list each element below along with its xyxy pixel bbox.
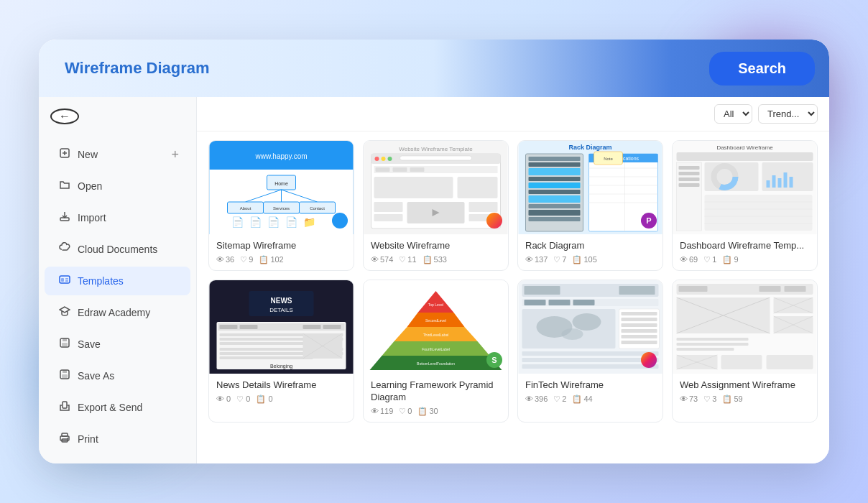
views-website: 👁 574 [371, 255, 393, 264]
sidebar-item-academy[interactable]: Edraw Academy [45, 298, 190, 327]
template-stats-fintech: 👁 396 ♡ 2 📋 44 [525, 394, 655, 404]
copies-web-assignment: 📋 59 [722, 394, 742, 404]
template-name-news: News Details Wireframe [216, 379, 346, 392]
svg-text:About: About [240, 206, 251, 211]
thumbnail-fintech [518, 280, 662, 374]
likes-news: ♡ 0 [236, 394, 250, 404]
template-name-website: Website Wireframe [371, 240, 501, 252]
sidebar-item-export[interactable]: Export & Send [45, 393, 190, 422]
category-filter[interactable]: All [714, 104, 752, 124]
template-card-fintech[interactable]: FinTech Wireframe 👁 396 ♡ 2 📋 44 [517, 280, 663, 423]
sidebar-label-save-as: Save As [78, 370, 114, 382]
open-icon [59, 179, 70, 193]
svg-rect-96 [767, 180, 770, 188]
likes-rack: ♡ 7 [553, 255, 566, 264]
sidebar-item-templates[interactable]: Templates [45, 267, 190, 295]
search-button[interactable]: Search [709, 52, 815, 86]
sidebar-item-save[interactable]: Save [45, 330, 190, 359]
new-icon [59, 147, 70, 162]
copies-sitemap: 📋 102 [259, 255, 283, 264]
svg-text:www.happy.com: www.happy.com [254, 152, 307, 160]
svg-rect-70 [529, 204, 581, 208]
svg-rect-91 [679, 183, 700, 187]
svg-rect-63 [529, 157, 581, 161]
svg-rect-163 [785, 286, 806, 292]
likes-dashboard: ♡ 1 [703, 255, 716, 264]
template-info-pyramid: Learning Framework Pyramid Diagram 👁 119… [364, 374, 508, 422]
sidebar-item-save-as[interactable]: Save As [45, 361, 190, 390]
copies-news: 📋 0 [256, 394, 272, 404]
search-bar: Search [39, 40, 829, 97]
thumbnail-pyramid: Top Level SecondLevel ThirdLevelLabel Fo… [364, 280, 508, 374]
svg-rect-11 [62, 343, 68, 346]
cloud-icon [59, 242, 70, 257]
svg-rect-72 [529, 217, 581, 221]
template-stats-news: 👁 0 ♡ 0 📋 0 [216, 394, 346, 404]
svg-rect-139 [525, 286, 560, 295]
svg-text:BottomLevelFoundation: BottomLevelFoundation [417, 361, 455, 366]
template-info-sitemap: Sitemap Wireframe 👁 36 ♡ 9 📋 102 [209, 234, 354, 270]
sidebar-item-open[interactable]: Open [45, 172, 190, 200]
sidebar-item-print[interactable]: Print [45, 425, 190, 453]
svg-point-148 [562, 328, 583, 340]
views-rack: 👁 137 [525, 255, 548, 264]
template-name-web-assignment: Web Assignment Wireframe [680, 379, 810, 392]
sort-filter[interactable]: Trend... [758, 104, 818, 124]
template-card-rack[interactable]: Rack Diagram [517, 140, 663, 271]
template-card-website[interactable]: Website Wireframe Template [363, 140, 509, 271]
svg-text:SecondLevel: SecondLevel [425, 318, 446, 323]
template-card-news[interactable]: NEWS DETAILS [208, 280, 354, 423]
views-news: 👁 0 [216, 394, 231, 403]
academy-icon [59, 305, 70, 320]
likes-web-assignment: ♡ 3 [703, 394, 716, 404]
template-card-sitemap[interactable]: www.happy.com Home About Services [208, 140, 354, 271]
new-plus-icon: + [171, 147, 179, 162]
svg-rect-47 [400, 156, 472, 160]
avatar-sitemap [332, 213, 348, 229]
template-stats-website: 👁 574 ♡ 11 📋 533 [371, 255, 501, 264]
svg-rect-157 [522, 358, 659, 362]
svg-rect-121 [220, 356, 313, 359]
template-info-dashboard: Dashboard Wireframe Temp... 👁 69 ♡ 1 📋 9 [673, 234, 817, 270]
svg-point-46 [388, 157, 392, 161]
svg-text:Website Wireframe Template: Website Wireframe Template [399, 146, 473, 152]
template-info-website: Website Wireframe 👁 574 ♡ 11 📋 533 [364, 234, 508, 270]
sidebar-label-print: Print [78, 433, 98, 445]
search-input[interactable] [53, 53, 695, 83]
template-card-dashboard[interactable]: Dashboard Wireframe [672, 140, 818, 271]
svg-rect-143 [549, 300, 571, 305]
svg-rect-13 [63, 370, 67, 373]
svg-rect-174 [677, 343, 749, 346]
template-name-sitemap: Sitemap Wireframe [216, 240, 346, 252]
svg-rect-66 [529, 177, 581, 181]
svg-text:FourthLevelLabel: FourthLevelLabel [422, 347, 450, 351]
sidebar-label-open: Open [78, 180, 102, 192]
thumbnail-sitemap: www.happy.com Home About Services [209, 141, 354, 234]
thumbnail-rack: Rack Diagram [518, 141, 662, 234]
template-name-fintech: FinTech Wireframe [525, 379, 655, 392]
sidebar-item-import[interactable]: Import [45, 203, 190, 232]
save-icon [59, 337, 70, 351]
templates-icon [59, 274, 70, 288]
svg-rect-50 [393, 167, 407, 172]
svg-rect-56 [374, 202, 403, 212]
template-card-web-assignment[interactable]: Landing Page Wireframe Web Assignment Wi… [672, 280, 818, 423]
sidebar-item-new[interactable]: New + [45, 140, 190, 169]
svg-rect-86 [677, 152, 813, 161]
svg-rect-100 [790, 177, 793, 188]
back-arrow-icon: ← [59, 110, 70, 123]
views-web-assignment: 👁 73 [680, 394, 698, 403]
thumbnail-dashboard: Dashboard Wireframe [673, 141, 817, 234]
sidebar-item-cloud[interactable]: Cloud Documents [45, 235, 190, 264]
svg-rect-151 [622, 318, 657, 321]
back-button[interactable]: ← [50, 109, 79, 124]
likes-pyramid: ♡ 0 [399, 407, 412, 416]
svg-rect-114 [303, 325, 321, 329]
sidebar-label-save: Save [78, 338, 101, 350]
copies-dashboard: 📋 9 [722, 255, 738, 264]
svg-rect-65 [529, 168, 581, 175]
svg-rect-10 [63, 338, 67, 341]
template-card-pyramid[interactable]: Top Level SecondLevel ThirdLevelLabel Fo… [363, 280, 509, 423]
svg-rect-179 [721, 355, 762, 369]
svg-point-44 [375, 157, 379, 161]
